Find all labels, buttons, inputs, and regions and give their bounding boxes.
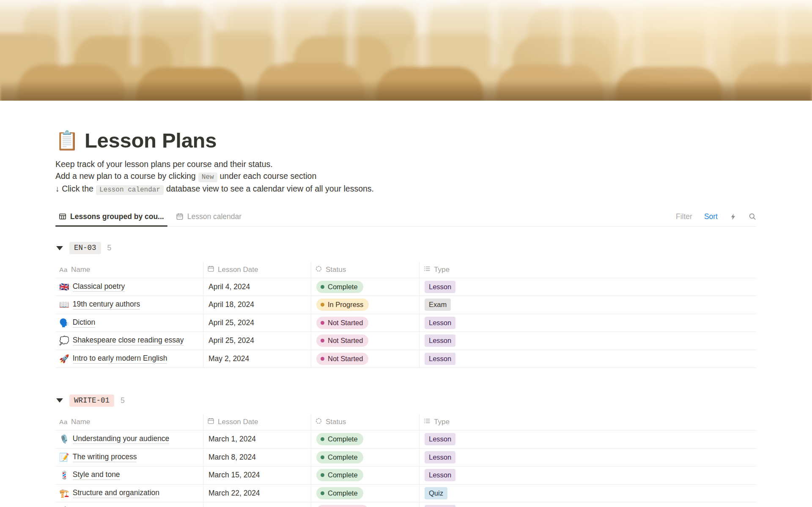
status-badge[interactable]: Not Started	[316, 505, 368, 507]
lesson-date-cell[interactable]: March 22, 2024	[203, 485, 311, 502]
type-cell[interactable]: Lesson	[420, 449, 756, 466]
collapse-triangle-icon[interactable]	[56, 398, 63, 403]
tab-lessons-grouped[interactable]: Lessons grouped by cou...	[55, 207, 167, 226]
type-cell[interactable]: Lesson	[420, 332, 756, 350]
status-cell[interactable]: Not Started	[311, 332, 420, 350]
column-header-lesson-date[interactable]: Lesson Date	[203, 414, 311, 430]
status-badge[interactable]: In Progress	[316, 299, 369, 311]
type-badge[interactable]: Lesson	[425, 317, 455, 329]
type-cell[interactable]: Lesson	[420, 350, 756, 368]
status-dot-icon	[321, 285, 324, 289]
collapse-triangle-icon[interactable]	[56, 246, 63, 250]
type-badge[interactable]: Lesson	[425, 281, 455, 293]
lesson-name-cell[interactable]: 🏗️Structure and organization	[55, 485, 203, 502]
lesson-name-cell[interactable]: 🗣️Diction	[55, 314, 203, 332]
lesson-name-cell[interactable]: 🚀Intro to early modern English	[55, 350, 203, 368]
status-badge[interactable]: Complete	[316, 487, 363, 499]
type-cell[interactable]: Lesson	[420, 314, 756, 332]
page-icon[interactable]: 📋	[55, 131, 79, 150]
lessons-table: Aa Name Lesson Date Status Type 🇬🇧Class	[55, 262, 756, 368]
type-cell[interactable]: Exam	[420, 296, 756, 314]
lesson-name: Shakespeare close reading essay	[73, 336, 184, 345]
lesson-date-cell[interactable]: April 25, 2024	[203, 314, 311, 332]
type-badge[interactable]: Lesson	[425, 353, 455, 365]
type-cell[interactable]: Lesson	[420, 278, 756, 296]
lesson-name: Intro to early modern English	[73, 354, 167, 364]
column-label: Status	[326, 418, 346, 426]
lesson-date-cell[interactable]: April 25, 2024	[203, 332, 311, 350]
column-header-lesson-date[interactable]: Lesson Date	[203, 262, 311, 278]
status-cell[interactable]: Complete	[311, 278, 420, 296]
status-badge[interactable]: Complete	[316, 281, 363, 293]
column-header-status[interactable]: Status	[311, 262, 420, 278]
page-title[interactable]: Lesson Plans	[85, 129, 217, 152]
lesson-name-cell[interactable]: 🎙️Understanding your audience	[55, 430, 203, 448]
status-badge[interactable]: Complete	[316, 451, 363, 463]
type-cell[interactable]: Lesson	[420, 502, 756, 507]
column-header-type[interactable]: Type	[420, 262, 756, 278]
lesson-date-cell[interactable]: April 4, 2024	[203, 278, 311, 296]
group-name-badge[interactable]: EN-03	[69, 242, 101, 254]
lightning-icon[interactable]	[730, 213, 737, 220]
status-cell[interactable]: In Progress	[311, 296, 420, 314]
status-cell[interactable]: Complete	[311, 449, 420, 466]
status-cell[interactable]: Complete	[311, 485, 420, 502]
lesson-date-cell[interactable]: April 18, 2024	[203, 296, 311, 314]
lesson-name-cell[interactable]: 💈Style and tone	[55, 466, 203, 484]
group-name-badge[interactable]: WRITE-01	[69, 395, 114, 407]
lesson-date-cell[interactable]: March 8, 2024	[203, 449, 311, 466]
lesson-date-cell[interactable]: March 15, 2024	[203, 466, 311, 484]
status-badge[interactable]: Not Started	[316, 317, 368, 329]
status-cell[interactable]: Not Started	[311, 350, 420, 368]
column-header-status[interactable]: Status	[311, 414, 420, 430]
lesson-name-cell[interactable]: 📝The writing process	[55, 449, 203, 466]
sort-button[interactable]: Sort	[704, 212, 718, 221]
type-badge[interactable]: Lesson	[425, 451, 455, 463]
description-line-2[interactable]: Add a new plan to a course by clickingNe…	[55, 170, 756, 184]
column-header-type[interactable]: Type	[420, 414, 756, 430]
lesson-emoji: 📖	[59, 301, 69, 309]
status-cell[interactable]: Complete	[311, 466, 420, 484]
description-text: Add a new plan to a course by clicking	[55, 171, 196, 181]
type-badge[interactable]: Quiz	[425, 487, 447, 499]
type-badge[interactable]: Lesson	[425, 505, 455, 507]
lesson-date-cell[interactable]: March 1, 2024	[203, 430, 311, 448]
lesson-name-cell[interactable]: 📖19th century authors	[55, 296, 203, 314]
lesson-name: Diction	[73, 318, 96, 328]
type-badge[interactable]: Lesson	[425, 469, 455, 481]
filter-button[interactable]: Filter	[676, 212, 692, 221]
type-badge[interactable]: Lesson	[425, 334, 455, 347]
tab-lesson-calendar[interactable]: Lesson calendar	[173, 207, 245, 226]
status-label: Complete	[328, 453, 358, 461]
column-header-name[interactable]: Aa Name	[55, 414, 203, 430]
status-badge[interactable]: Complete	[316, 469, 363, 481]
status-badge[interactable]: Not Started	[316, 353, 368, 365]
column-label: Name	[71, 266, 90, 274]
lesson-date-cell[interactable]: March 29, 2024	[203, 502, 311, 507]
lesson-emoji: 💈	[59, 471, 69, 479]
lesson-name-cell[interactable]: 💭Shakespeare close reading essay	[55, 332, 203, 350]
column-header-name[interactable]: Aa Name	[55, 262, 203, 278]
status-badge[interactable]: Complete	[316, 433, 363, 445]
description-text: database view to see a calendar view of …	[166, 184, 374, 193]
lesson-date-cell[interactable]: May 2, 2024	[203, 350, 311, 368]
list-icon	[423, 417, 431, 427]
lesson-name-cell[interactable]: 🇬🇧Classical poetry	[55, 278, 203, 296]
type-cell[interactable]: Lesson	[420, 430, 756, 448]
list-icon	[423, 265, 431, 274]
column-label: Status	[326, 266, 346, 274]
type-cell[interactable]: Lesson	[420, 466, 756, 484]
lesson-name: Understanding your audience	[73, 434, 170, 444]
description-line-1[interactable]: Keep track of your lesson plans per cour…	[55, 159, 756, 170]
type-badge[interactable]: Exam	[425, 299, 451, 311]
search-icon[interactable]	[749, 213, 756, 220]
type-badge[interactable]: Lesson	[425, 433, 455, 445]
status-cell[interactable]: Not Started	[311, 314, 420, 332]
description-line-3[interactable]: ↓ Click theLesson calendardatabase view …	[55, 183, 756, 196]
status-badge[interactable]: Not Started	[316, 334, 368, 347]
description-text: under each course section	[220, 171, 317, 181]
status-cell[interactable]: Complete	[311, 430, 420, 448]
type-cell[interactable]: Quiz	[420, 485, 756, 502]
status-cell[interactable]: Not Started	[311, 502, 420, 507]
lesson-name-cell[interactable]: 🔬Research and citation	[55, 502, 203, 507]
